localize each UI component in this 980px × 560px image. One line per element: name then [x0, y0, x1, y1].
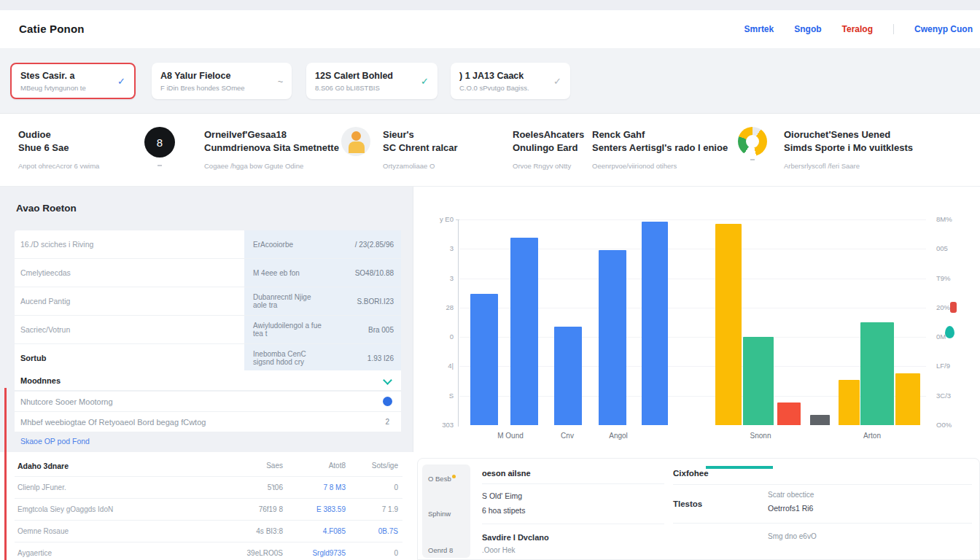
- card-subtitle: MBeug fvtyngunon te: [20, 84, 86, 92]
- card-title: A8 Yalur Fieloce: [160, 71, 245, 82]
- chart-bar-gray: [810, 415, 830, 425]
- feature-title-2: Shue 6 Sae: [18, 142, 69, 153]
- x-axis-tick: M Ound: [497, 432, 524, 440]
- x-axis-tick: Angol: [609, 432, 628, 440]
- notification-dot-icon: [452, 475, 456, 478]
- table-row: Aygaertice 39eLRO0S Srgld9735 0: [15, 542, 402, 560]
- nav-separator: [893, 24, 894, 34]
- feature-item-5: Renck Gahf Senters Aertisgl's rado l eni…: [592, 128, 728, 170]
- card-subtitle: C.O.0 sPvutgo Bagiss.: [459, 84, 529, 92]
- status-dot-icon[interactable]: [383, 397, 392, 406]
- feature-title-2: Onulingo Eard: [513, 142, 578, 153]
- top-strip: [0, 0, 980, 11]
- entry-line: S Old' Eimg: [482, 484, 664, 500]
- entry-line: Savdire I Dvclano: [482, 524, 664, 542]
- y-axis-tick-left: 3: [424, 244, 454, 252]
- feature-title-2: Senters Aertisgl's rado l enioe: [592, 142, 728, 153]
- panel-title: Avao Roeton: [16, 203, 77, 214]
- cell-atot-link[interactable]: 7 8 M3: [287, 483, 350, 491]
- feature-subtitle: Arbersrlyscofl /feri Saare: [784, 162, 913, 170]
- collapse-label: Moodnnes: [20, 376, 61, 385]
- row-label: Sacriec/Votrun: [15, 316, 244, 343]
- y-axis-tick-left: y E0: [424, 215, 454, 223]
- card-title: 12S Calert Bohled: [315, 71, 393, 82]
- stat-card-2[interactable]: A8 Yalur Fieloce F iDin Bres hondes SOme…: [152, 63, 292, 99]
- cell-atot-link[interactable]: E 383.59: [287, 505, 350, 513]
- feature-item-4: RoelesAhcaters Onulingo Eard Orvoe Rngyv…: [513, 128, 584, 170]
- check-icon: ✓: [421, 76, 429, 87]
- y-axis-tick-right: T9%: [936, 274, 968, 282]
- cell-saes: 5't06: [235, 483, 287, 491]
- stat-card-3[interactable]: 12S Calert Bohled 8.S06 G0 bLI8STBIS ✓: [306, 63, 438, 99]
- row-label: Aucend Pantig: [15, 287, 244, 315]
- nav-link-1[interactable]: Smrtek: [744, 24, 774, 34]
- chart-bar-blue: [642, 222, 668, 425]
- chart-bar-yellow: [895, 373, 920, 425]
- nav-link-2[interactable]: Sngob: [794, 24, 821, 34]
- feature-title: Oioruchet'Senes Uened: [784, 129, 890, 140]
- y-axis-tick-right: LF/9: [936, 362, 968, 370]
- chart-bar-yellow: [715, 224, 742, 425]
- cell-saes: 76f19 8: [235, 505, 287, 513]
- row-key: Awiyludoilengol a fue tea t: [244, 316, 327, 343]
- entry-line: 6 hoa stipets: [482, 500, 664, 524]
- card-subtitle: F iDin Bres hondes SOmee: [160, 84, 245, 92]
- avatar-person-icon: [341, 127, 370, 156]
- row-label: 16./D sciches i Riving: [15, 230, 244, 258]
- cell-atot-link[interactable]: Srgld9735: [287, 549, 350, 557]
- avatar-label: 8: [157, 136, 163, 149]
- bottom-panels: O Besb Sphinw Oenrd 8 oeson ailsne S Old…: [417, 458, 980, 560]
- feature-title: Renck Gahf: [592, 129, 645, 140]
- row-label: Tlestos: [673, 491, 768, 513]
- entry-line: .Ooor Hek: [482, 542, 664, 554]
- cell-name: Oemne Rosaue: [15, 527, 235, 535]
- card-title: ) 1 JA13 Caack: [459, 71, 529, 82]
- red-accent-bar: [4, 388, 7, 560]
- nav-link-4[interactable]: Cwenyp Cuon: [914, 24, 973, 34]
- pie-chart-icon: [738, 127, 767, 156]
- x-axis-tick: Arton: [863, 432, 881, 440]
- teal-marker-bar: [706, 466, 773, 469]
- chart-bar-green: [860, 322, 894, 425]
- cell-atot-link[interactable]: 4.F085: [287, 527, 350, 535]
- monitor-row[interactable]: Nhutcore Sooer Mootorng: [15, 392, 401, 412]
- option-row[interactable]: Mhbef weebiogtae Of Retyoaeol Bord begag…: [15, 412, 401, 432]
- col-header: Adaho 3dnare: [15, 462, 235, 470]
- cell-sots: 7 1.9: [350, 505, 402, 513]
- bottom-right-panel: Cixfohee Tlestos Scatr obectice Oetrrofs…: [673, 464, 972, 540]
- bottom-middle-content: oeson ailsne S Old' Eimg 6 hoa stipets S…: [482, 464, 664, 554]
- chevron-down-icon[interactable]: [383, 376, 392, 385]
- sidebar-item-label: Sphinw: [428, 510, 451, 518]
- cell-sots: 0: [350, 483, 402, 491]
- chart-bar-blue: [510, 238, 538, 425]
- table-row: Oemne Rosaue 4s BI3:8 4.F085 0B.7S: [15, 521, 402, 542]
- row-key: M 4eee eb fon: [244, 259, 327, 287]
- cell-sots-link[interactable]: 0B.7S: [350, 527, 402, 535]
- panel-link[interactable]: Skaoe OP pod Fond: [20, 437, 90, 446]
- mini-sidebar: O Besb Sphinw Oenrd 8: [422, 464, 470, 558]
- nav-link-3[interactable]: Teralog: [842, 24, 873, 34]
- bottom-right-body: Tlestos Scatr obectice Oetrrofs1 Ri6: [673, 485, 972, 524]
- footer-text: Smg dno e6vO: [673, 524, 972, 540]
- link-row[interactable]: Skaoe OP pod Fond: [15, 432, 401, 451]
- stat-card-selected[interactable]: Stes Casir. a MBeug fvtyngunon te ✓: [10, 63, 136, 99]
- feature-subtitle: Cogaee /hgga bow Ggute Odine: [204, 162, 339, 170]
- sidebar-item-3[interactable]: Oenrd 8: [428, 546, 453, 554]
- feature-subtitle: Orvoe Rngyv oNtty: [513, 162, 584, 170]
- y-axis-tick-right: 20%: [936, 303, 968, 311]
- sidebar-item-1[interactable]: O Besb: [428, 475, 456, 483]
- y-axis-tick-left: 4|: [424, 362, 454, 370]
- feature-title: RoelesAhcaters: [513, 129, 584, 140]
- row-key: Inebomba CenC sigsnd hdod cry: [244, 344, 327, 372]
- row-label: Cmelytieecdas: [15, 259, 244, 287]
- sidebar-item-2[interactable]: Sphinw: [428, 510, 451, 518]
- y-axis-tick-left: 303: [424, 421, 454, 429]
- gridline: [459, 219, 926, 220]
- cell-name: Aygaertice: [15, 549, 235, 557]
- app-header: Catie Ponon Smrtek Sngob Teralog Cwenyp …: [0, 10, 980, 49]
- stat-card-4[interactable]: ) 1 JA13 Caack C.O.0 sPvutgo Bagiss. ✓: [451, 63, 570, 99]
- y-axis-tick-right: 0M: [936, 332, 968, 341]
- collapse-row[interactable]: Moodnnes: [15, 370, 401, 391]
- chart-plot: [459, 219, 926, 425]
- y-axis-line: [458, 219, 459, 427]
